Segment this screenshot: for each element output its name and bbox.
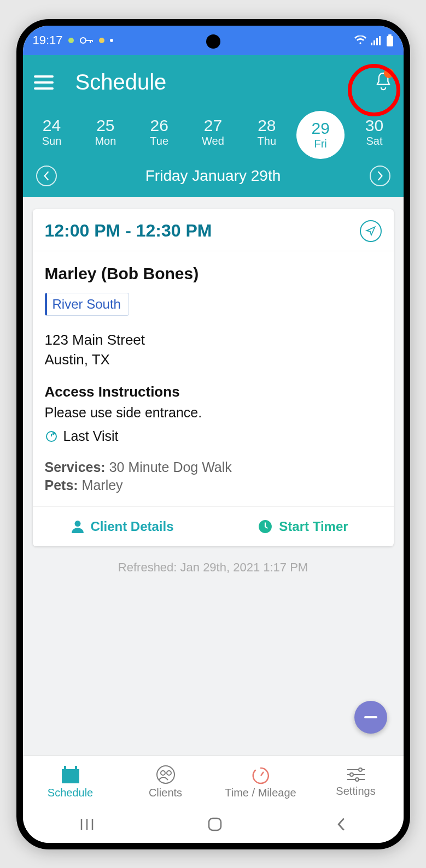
svg-point-21 — [355, 778, 359, 781]
pets-label: Pets: — [45, 477, 78, 493]
svg-point-15 — [167, 771, 171, 775]
day-number: 27 — [194, 116, 232, 135]
bottom-tab-bar: Schedule Clients Time / Mileage Settings — [23, 755, 404, 808]
svg-rect-4 — [379, 36, 381, 45]
tab-settings-label: Settings — [336, 785, 375, 798]
wifi-icon — [354, 36, 366, 45]
content-scroll[interactable]: 12:00 PM - 12:30 PM Marley (Bob Bones) R… — [23, 197, 404, 843]
page-title: Schedule — [75, 70, 167, 95]
navigation-arrow-icon — [365, 226, 376, 237]
day-name: Fri — [314, 138, 326, 150]
tab-time-mileage[interactable]: Time / Mileage — [213, 756, 308, 808]
stopwatch-icon — [250, 765, 272, 784]
day-cell-wed[interactable]: 27Wed — [194, 116, 232, 153]
sliders-icon — [345, 766, 367, 783]
last-visit-label: Last Visit — [63, 428, 119, 444]
svg-rect-1 — [371, 43, 372, 45]
day-name: Wed — [194, 135, 232, 147]
pets-value: Marley — [82, 477, 123, 493]
tab-schedule[interactable]: Schedule — [23, 756, 118, 808]
notifications-button[interactable] — [374, 72, 393, 93]
address: 123 Main Street Austin, TX — [45, 330, 382, 370]
svg-rect-5 — [388, 34, 392, 36]
android-recent-button[interactable] — [79, 818, 95, 833]
access-heading: Access Instructions — [45, 383, 382, 400]
svg-rect-12 — [75, 766, 77, 770]
key-icon — [79, 37, 94, 44]
camera-hole — [206, 34, 220, 49]
svg-point-19 — [350, 773, 353, 776]
tab-clients-label: Clients — [149, 787, 182, 799]
access-text: Please use side entrance. — [45, 405, 382, 421]
svg-point-8 — [75, 521, 81, 527]
status-icon-dot-1 — [68, 38, 74, 43]
services-row: Services: 30 Minute Dog Walk — [45, 459, 382, 475]
day-cell-sat[interactable]: 30Sat — [355, 116, 393, 153]
status-icon-dot-3 — [110, 39, 113, 42]
services-value: 30 Minute Dog Walk — [109, 459, 232, 475]
day-cell-fri[interactable]: 29Fri — [301, 116, 340, 153]
menu-button[interactable] — [34, 75, 54, 90]
chevron-left-icon — [43, 171, 50, 181]
svg-point-14 — [161, 771, 165, 775]
day-number: 30 — [355, 116, 393, 135]
address-line-1: 123 Main Street — [45, 330, 382, 350]
day-cell-mon[interactable]: 25Mon — [86, 116, 125, 153]
pets-row: Pets: Marley — [45, 477, 382, 493]
start-timer-label: Start Timer — [279, 519, 348, 534]
day-number: 28 — [248, 116, 286, 135]
device-frame: 19:17 — [16, 19, 410, 849]
svg-rect-10 — [62, 769, 79, 783]
signal-icon — [371, 36, 382, 45]
calendar-icon — [60, 765, 81, 784]
client-details-button[interactable]: Client Details — [33, 507, 213, 546]
android-nav-bar — [23, 808, 404, 843]
day-name: Thu — [248, 135, 286, 147]
day-number: 26 — [140, 116, 178, 135]
android-home-button[interactable] — [207, 817, 223, 834]
notification-badge — [384, 68, 394, 78]
fab-button[interactable] — [354, 701, 387, 734]
day-cell-tue[interactable]: 26Tue — [140, 116, 178, 153]
app-header: Schedule 24Sun25Mon26Tue27Wed28Thu29Fri3… — [23, 55, 404, 197]
timer-icon — [258, 519, 272, 534]
address-line-2: Austin, TX — [45, 350, 382, 369]
svg-rect-2 — [374, 40, 375, 45]
tab-time-mileage-label: Time / Mileage — [225, 787, 296, 799]
svg-point-0 — [80, 38, 86, 43]
location-tag[interactable]: River South — [45, 293, 129, 316]
next-day-button[interactable] — [370, 166, 390, 186]
tab-clients[interactable]: Clients — [118, 756, 213, 808]
day-name: Mon — [86, 135, 125, 147]
week-calendar: 24Sun25Mon26Tue27Wed28Thu29Fri30Sat — [23, 110, 404, 163]
tab-settings[interactable]: Settings — [308, 756, 404, 808]
appointment-time: 12:00 PM - 12:30 PM — [45, 221, 212, 241]
day-number: 29 — [311, 119, 329, 138]
status-icon-dot-2 — [99, 38, 104, 43]
history-icon — [45, 430, 58, 443]
navigate-button[interactable] — [360, 220, 382, 242]
status-time: 19:17 — [33, 33, 63, 48]
svg-rect-11 — [64, 766, 66, 770]
refreshed-label: Refreshed: Jan 29th, 2021 1:17 PM — [33, 560, 394, 575]
android-back-button[interactable] — [336, 817, 347, 834]
svg-rect-6 — [387, 36, 393, 46]
day-number: 25 — [86, 116, 125, 135]
day-cell-sun[interactable]: 24Sun — [33, 116, 71, 153]
svg-rect-3 — [376, 38, 378, 45]
svg-point-13 — [157, 766, 174, 783]
person-icon — [72, 520, 84, 533]
clients-icon — [155, 765, 177, 784]
day-name: Sat — [355, 135, 393, 147]
day-name: Tue — [140, 135, 178, 147]
minus-icon — [364, 716, 377, 718]
start-timer-button[interactable]: Start Timer — [213, 507, 394, 546]
last-visit-link[interactable]: Last Visit — [45, 428, 382, 444]
client-name: Marley (Bob Bones) — [45, 264, 382, 283]
prev-day-button[interactable] — [36, 166, 57, 186]
client-details-label: Client Details — [90, 519, 173, 534]
svg-rect-25 — [209, 818, 221, 830]
services-label: Services: — [45, 459, 106, 475]
svg-point-17 — [359, 768, 362, 771]
day-cell-thu[interactable]: 28Thu — [248, 116, 286, 153]
